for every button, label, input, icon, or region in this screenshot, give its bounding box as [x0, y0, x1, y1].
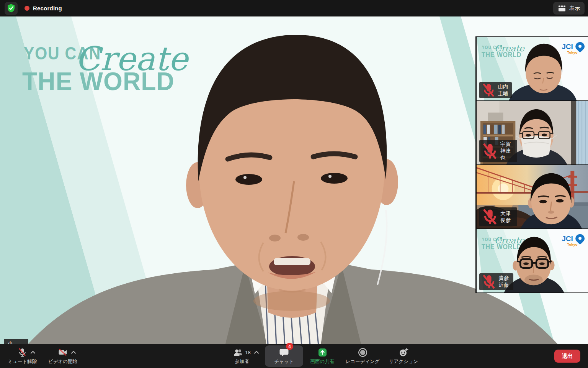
participant-name-label: 貴彦 近藤 [479, 273, 513, 290]
svg-text:JCI: JCI [562, 43, 573, 51]
shield-check-icon [7, 3, 16, 13]
participant-name-text: 貴彦 近藤 [498, 275, 510, 289]
svg-text:JCI: JCI [562, 235, 573, 243]
recording-label: Recording [33, 5, 62, 12]
svg-text:THE WORLD: THE WORLD [22, 67, 175, 95]
participant-tile-otsu[interactable]: 大津 俊彦 [477, 165, 588, 228]
logo-you-can-create-the-world: YOU CAN Create THE WORLD [482, 235, 525, 251]
chevron-up-icon [30, 350, 36, 354]
mic-muted-red-icon [481, 274, 497, 289]
share-screen-button[interactable]: 画面の共有 [304, 345, 341, 367]
camera-off-icon [58, 347, 68, 357]
participant-name-label: 山内圭輔 [479, 82, 512, 98]
recording-indicator: Recording [24, 5, 62, 12]
participant-tile-ugajin[interactable]: 宇賀神達也 [477, 101, 588, 164]
participant-tile-kondo[interactable]: YOU CAN Create THE WORLD JCI Tokyo [477, 229, 588, 292]
zoom-meeting-window: Recording 表示 YOU CAN Create THE WORLD [0, 0, 588, 368]
svg-text:THE WORLD: THE WORLD [482, 243, 521, 251]
start-video-button[interactable]: ビデオの開始 [43, 345, 83, 367]
start-video-label: ビデオの開始 [48, 358, 77, 365]
participant-filmstrip: YOU CAN Create THE WORLD JCI Tokyo [475, 36, 588, 293]
participants-button[interactable]: 18 参加者 [224, 345, 260, 367]
participant-tile-yamauchi[interactable]: YOU CAN Create THE WORLD JCI Tokyo [477, 37, 588, 100]
leave-meeting-button[interactable]: 退出 [554, 350, 580, 363]
reactions-smiley-icon [399, 347, 408, 357]
meeting-toolbar: ミュート解除 ビデオの開始 18 参加者 [0, 344, 588, 368]
chevron-up-icon [71, 350, 76, 354]
unmute-label: ミュート解除 [8, 358, 37, 365]
mic-muted-red-icon [481, 143, 498, 160]
recording-button-label: レコーディング [345, 358, 379, 365]
mic-muted-red-icon [481, 208, 498, 225]
chat-button[interactable]: 4 チャット [265, 345, 303, 367]
participants-label: 参加者 [235, 358, 249, 365]
chat-badge: 4 [286, 343, 293, 350]
recording-dot-icon [24, 6, 29, 11]
share-screen-label: 画面の共有 [310, 358, 335, 365]
security-shield-button[interactable] [5, 2, 18, 15]
participant-name-text: 大津 俊彦 [500, 210, 514, 224]
mute-options-chevron[interactable] [30, 350, 36, 355]
svg-text:Tokyo: Tokyo [567, 50, 577, 54]
record-icon [358, 347, 368, 358]
recording-button[interactable]: レコーディング [342, 345, 383, 367]
view-button[interactable]: 表示 [553, 2, 585, 15]
participant-name-label: 宇賀神達也 [479, 140, 517, 162]
grid-view-icon [558, 4, 566, 13]
unmute-button[interactable]: ミュート解除 [3, 345, 41, 367]
logo-you-can-create-the-world: YOU CAN Create THE WORLD [22, 39, 189, 95]
speaker-name-label: 小 [4, 339, 28, 344]
logo-you-can-create-the-world: YOU CAN Create THE WORLD [482, 43, 525, 59]
participants-icon [233, 348, 243, 357]
reactions-button[interactable]: リアクション [384, 345, 423, 367]
meeting-top-bar: Recording 表示 [0, 0, 588, 16]
mic-muted-red-icon [481, 83, 496, 97]
speaker-name-text: 小 [8, 340, 13, 344]
svg-text:Tokyo: Tokyo [567, 242, 577, 246]
chevron-up-icon [254, 350, 259, 354]
participant-name-text: 山内圭輔 [498, 83, 509, 97]
reactions-label: リアクション [389, 358, 418, 365]
svg-text:THE WORLD: THE WORLD [482, 51, 521, 59]
participant-name-text: 宇賀神達也 [500, 141, 514, 161]
chat-label: チャット [274, 358, 294, 365]
share-screen-icon [317, 347, 328, 358]
view-button-label: 表示 [569, 5, 580, 12]
participant-name-label: 大津 俊彦 [479, 207, 517, 226]
video-options-chevron[interactable] [71, 350, 76, 355]
mic-off-icon [17, 347, 27, 357]
participants-count: 18 [245, 350, 250, 355]
participants-options-chevron[interactable] [254, 350, 259, 355]
